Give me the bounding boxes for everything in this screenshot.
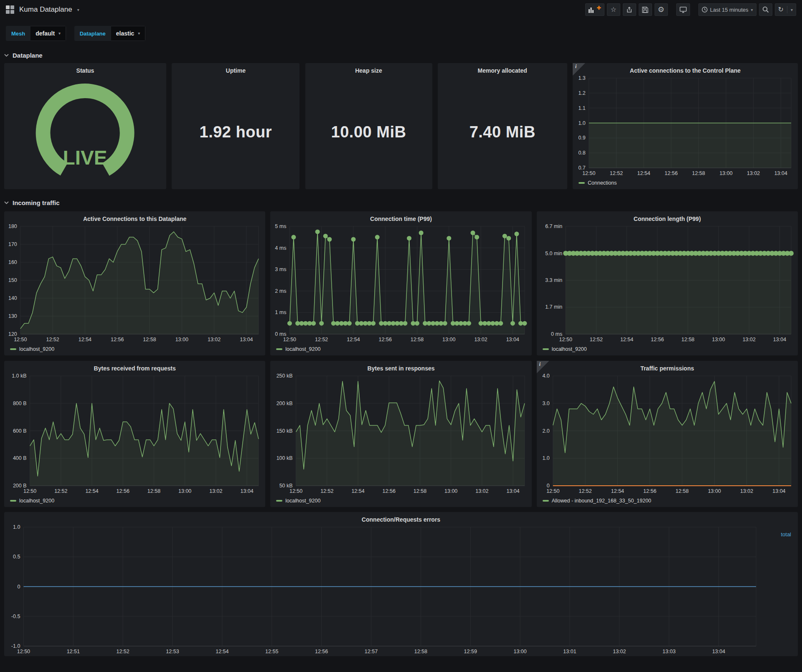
dashboard-grid-icon[interactable] xyxy=(6,5,14,14)
panel-title[interactable]: Connection/Requests errors xyxy=(4,512,798,524)
legend-item[interactable]: localhost_9200 xyxy=(10,498,54,504)
time-range-picker[interactable]: Last 15 minutes ▾ xyxy=(698,3,756,16)
svg-text:150 kB: 150 kB xyxy=(277,428,293,434)
star-dashboard-button[interactable]: ☆ xyxy=(607,3,620,16)
svg-text:12:56: 12:56 xyxy=(651,337,664,342)
chart-legend: localhost_9200 xyxy=(270,496,531,507)
chevron-down-icon: ▾ xyxy=(58,31,61,36)
svg-text:5.0 min: 5.0 min xyxy=(545,251,562,256)
svg-text:13:00: 13:00 xyxy=(712,337,725,342)
save-dashboard-button[interactable] xyxy=(639,3,652,16)
svg-text:12:51: 12:51 xyxy=(67,649,80,654)
chart-legend: localhost_9200 xyxy=(537,344,798,355)
panel-title[interactable]: Active connections to the Control Plane xyxy=(573,63,798,75)
panel-row-errors: Connection/Requests errors 12:5012:5112:… xyxy=(0,512,802,656)
legend-series-label: Allowed - inbound_192_168_33_50_19200 xyxy=(552,498,651,504)
svg-text:12:50: 12:50 xyxy=(546,488,559,494)
panel-title[interactable]: Active Connections to this Dataplane xyxy=(4,211,265,223)
traffic-permissions-chart[interactable]: 12:5012:5212:5412:5612:5813:0013:0213:04… xyxy=(537,373,798,496)
panel-title[interactable]: Memory allocated xyxy=(438,63,567,75)
panel-uptime: Uptime 1.92 hour xyxy=(172,63,299,189)
svg-text:-0.5: -0.5 xyxy=(11,614,20,619)
variable-dataplane-value-dropdown[interactable]: elastic ▾ xyxy=(111,26,145,41)
panel-title[interactable]: Bytes sent in responses xyxy=(270,361,531,373)
share-icon xyxy=(626,7,633,13)
svg-text:160: 160 xyxy=(8,259,17,265)
svg-text:1 ms: 1 ms xyxy=(275,309,287,315)
svg-text:400 B: 400 B xyxy=(13,455,27,461)
svg-text:3.3 min: 3.3 min xyxy=(545,277,562,283)
svg-text:12:58: 12:58 xyxy=(143,337,156,342)
cycle-view-mode-button[interactable] xyxy=(676,3,690,16)
memory-allocated-value: 7.40 MiB xyxy=(438,75,567,189)
panel-title[interactable]: Bytes received from requests xyxy=(4,361,265,373)
legend-series-color xyxy=(276,348,282,350)
errors-chart[interactable]: 12:5012:5112:5212:5312:5412:5512:5612:57… xyxy=(4,524,798,656)
svg-text:12:56: 12:56 xyxy=(383,488,396,494)
control-plane-connections-chart[interactable]: 12:5012:5212:5412:5612:5813:0013:0213:04… xyxy=(573,75,798,178)
panel-row-traffic-2: Bytes received from requests 12:5012:521… xyxy=(0,361,802,507)
gear-icon: ⚙ xyxy=(658,6,665,13)
add-panel-button[interactable]: ✚ xyxy=(585,3,604,16)
status-gauge: LIVE xyxy=(4,75,166,189)
svg-text:12:58: 12:58 xyxy=(147,488,160,494)
svg-text:13:02: 13:02 xyxy=(613,649,626,654)
connection-length-chart[interactable]: 12:5012:5212:5412:5612:5813:0013:0213:04… xyxy=(537,223,798,344)
panel-title[interactable]: Traffic permissions xyxy=(537,361,798,373)
svg-text:-1.0: -1.0 xyxy=(11,643,20,649)
svg-text:12:52: 12:52 xyxy=(46,337,59,342)
legend-item[interactable]: localhost_9200 xyxy=(276,346,320,352)
legend-item[interactable]: Allowed - inbound_192_168_33_50_19200 xyxy=(543,498,651,504)
svg-text:12:50: 12:50 xyxy=(289,488,302,494)
legend-series-label: localhost_9200 xyxy=(285,498,320,504)
panel-title[interactable]: Status xyxy=(4,63,166,75)
panel-control-plane-connections: i Active connections to the Control Plan… xyxy=(573,63,798,189)
legend-item[interactable]: Connections xyxy=(579,180,617,186)
chevron-down-icon: ▾ xyxy=(138,31,140,36)
svg-text:13:02: 13:02 xyxy=(476,488,489,494)
svg-text:0.5: 0.5 xyxy=(13,554,20,560)
variable-dataplane-label: Dataplane xyxy=(74,26,111,41)
row-toggle-incoming-traffic[interactable]: Incoming traffic xyxy=(0,199,802,206)
svg-text:12:50: 12:50 xyxy=(559,337,572,342)
svg-text:12:50: 12:50 xyxy=(283,337,296,342)
connection-time-chart[interactable]: 12:5012:5212:5412:5612:5813:0013:0213:04… xyxy=(270,223,531,344)
bytes-sent-chart[interactable]: 12:5012:5212:5412:5612:5813:0013:0213:04… xyxy=(270,373,531,496)
svg-text:12:54: 12:54 xyxy=(85,488,98,494)
legend-item[interactable]: localhost_9200 xyxy=(543,346,587,352)
svg-text:12:58: 12:58 xyxy=(681,337,694,342)
variable-mesh-value-dropdown[interactable]: default ▾ xyxy=(30,26,66,41)
panel-title[interactable]: Connection length (P99) xyxy=(537,211,798,223)
bytes-received-chart[interactable]: 12:5012:5212:5412:5612:5813:0013:0213:04… xyxy=(4,373,265,496)
svg-text:0 ms: 0 ms xyxy=(551,331,562,337)
legend-series-color xyxy=(579,182,585,184)
legend-item[interactable]: total xyxy=(781,531,791,538)
legend-series-color xyxy=(543,500,549,502)
svg-text:0.9: 0.9 xyxy=(578,135,585,141)
panel-title[interactable]: Heap size xyxy=(305,63,432,75)
legend-series-label: localhost_9200 xyxy=(552,346,587,352)
panel-title[interactable]: Uptime xyxy=(172,63,299,75)
dashboard-title[interactable]: Kuma Dataplane xyxy=(19,5,72,14)
active-connections-chart[interactable]: 12:5012:5212:5412:5612:5813:0013:0213:04… xyxy=(4,223,265,344)
svg-text:13:00: 13:00 xyxy=(442,337,455,342)
refresh-button[interactable]: ↻ ▾ xyxy=(775,3,796,16)
legend-item[interactable]: localhost_9200 xyxy=(276,498,320,504)
save-icon xyxy=(642,7,648,13)
zoom-out-button[interactable] xyxy=(759,3,772,16)
legend-item[interactable]: localhost_9200 xyxy=(10,346,54,352)
svg-text:3 ms: 3 ms xyxy=(275,266,287,272)
svg-text:13:04: 13:04 xyxy=(240,337,253,342)
panel-title[interactable]: Connection time (P99) xyxy=(270,211,531,223)
svg-text:LIVE: LIVE xyxy=(63,147,107,169)
svg-text:250 kB: 250 kB xyxy=(277,373,293,379)
svg-text:12:58: 12:58 xyxy=(692,170,705,176)
variable-dataplane: Dataplane elastic ▾ xyxy=(74,26,145,41)
share-dashboard-button[interactable] xyxy=(623,3,636,16)
row-toggle-dataplane[interactable]: Dataplane xyxy=(0,52,802,59)
svg-text:12:52: 12:52 xyxy=(315,337,328,342)
dashboard-settings-button[interactable]: ⚙ xyxy=(655,3,668,16)
svg-text:13:02: 13:02 xyxy=(475,337,487,342)
chevron-down-icon: ▾ xyxy=(791,8,793,12)
svg-text:12:58: 12:58 xyxy=(414,488,426,494)
